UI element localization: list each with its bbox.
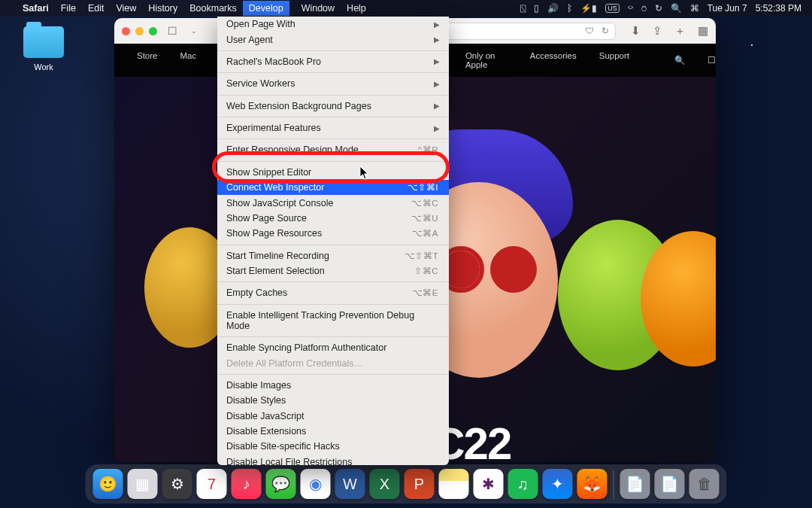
- menu-item-label: Service Workers: [226, 78, 295, 89]
- menu-item-open-page-with[interactable]: Open Page With▶: [217, 17, 449, 32]
- dock-messages[interactable]: 💬: [266, 469, 296, 499]
- menu-item-label: Enable Syncing Platform Authenticator: [226, 342, 386, 353]
- search-icon[interactable]: 🔍: [674, 55, 685, 65]
- input-source-icon[interactable]: US: [605, 4, 620, 13]
- menu-item-disable-javascript[interactable]: Disable JavaScript: [217, 409, 449, 424]
- nav-mac[interactable]: Mac: [180, 51, 197, 69]
- menu-item-enable-syncing-platform-authenticator[interactable]: Enable Syncing Platform Authenticator: [217, 340, 449, 355]
- sidebar-dropdown[interactable]: ⌄: [188, 26, 200, 36]
- dock-finder[interactable]: 🙂: [93, 469, 123, 499]
- dock-excel[interactable]: X: [370, 469, 400, 499]
- bluetooth-icon[interactable]: ᛒ: [567, 3, 572, 14]
- nav-accessories[interactable]: Accessories: [530, 51, 577, 69]
- menu-item-show-snippet-editor[interactable]: Show Snippet Editor: [217, 165, 449, 180]
- menu-item-delete-all-platform-credentials: Delete All Platform Credentials…: [217, 355, 449, 370]
- menu-item-rachel-s-macbook-pro[interactable]: Rachel's MacBook Pro▶: [217, 54, 449, 69]
- menu-item-disable-local-file-restrictions[interactable]: Disable Local File Restrictions: [217, 455, 449, 465]
- nav-store[interactable]: Store: [137, 51, 158, 69]
- menu-item-label: Disable Local File Restrictions: [226, 457, 352, 465]
- menu-separator: [217, 374, 449, 375]
- phone-icon[interactable]: ▯: [534, 3, 539, 14]
- menu-history[interactable]: History: [148, 3, 177, 14]
- bag-icon[interactable]: ☐: [707, 55, 716, 65]
- dock-spotify[interactable]: ♫: [508, 469, 538, 499]
- desktop-folder-work[interactable]: Work: [17, 26, 71, 71]
- sync-icon[interactable]: ↻: [655, 3, 662, 14]
- nav-support[interactable]: Support: [599, 51, 629, 69]
- menu-item-show-javascript-console[interactable]: Show JavaScript Console⌥⌘C: [217, 195, 449, 210]
- menu-shortcut: ⇧⌘C: [414, 266, 438, 276]
- dock-trash[interactable]: 🗑: [689, 469, 720, 499]
- spotlight-icon[interactable]: 🔍: [671, 3, 682, 14]
- dock-word[interactable]: W: [335, 469, 365, 499]
- menu-item-label: Connect Web Inspector: [226, 182, 324, 193]
- control-center-icon[interactable]: ⌘: [690, 3, 699, 14]
- menu-file[interactable]: File: [61, 3, 76, 14]
- menu-item-empty-caches[interactable]: Empty Caches⌥⌘E: [217, 285, 449, 300]
- menu-item-label: Experimental Features: [226, 123, 321, 133]
- nav-only-on-apple[interactable]: Only on Apple: [465, 51, 508, 69]
- menu-bookmarks[interactable]: Bookmarks: [189, 3, 237, 14]
- menu-item-label: Show Page Source: [226, 213, 307, 224]
- menu-item-show-page-resources[interactable]: Show Page Resources⌥⌘A: [217, 226, 449, 241]
- menu-item-enable-intelligent-tracking-prevention-debug-mode[interactable]: Enable Intelligent Tracking Prevention D…: [217, 308, 449, 333]
- battery-icon[interactable]: ⚡▮: [580, 3, 597, 14]
- menu-item-web-extension-background-pages[interactable]: Web Extension Background Pages▶: [217, 99, 449, 114]
- dock-chrome[interactable]: ◉: [301, 469, 331, 499]
- wifi-icon[interactable]: ⌔: [628, 3, 633, 14]
- user-icon[interactable]: ⍥: [641, 3, 647, 14]
- dock-document1[interactable]: 📄: [620, 469, 650, 499]
- menu-help[interactable]: Help: [347, 3, 366, 14]
- downloads-icon[interactable]: ⬇: [631, 24, 641, 38]
- share-icon[interactable]: ⇪: [653, 24, 662, 38]
- menu-item-disable-extensions[interactable]: Disable Extensions: [217, 424, 449, 439]
- menu-item-show-page-source[interactable]: Show Page Source⌥⌘U: [217, 211, 449, 226]
- dock-safari[interactable]: ✦: [543, 469, 573, 499]
- submenu-arrow-icon: ▶: [434, 57, 440, 65]
- dock-slack[interactable]: ✱: [474, 469, 504, 499]
- menu-item-service-workers[interactable]: Service Workers▶: [217, 76, 449, 91]
- zoom-button[interactable]: [149, 27, 157, 35]
- menu-item-enter-responsive-design-mode[interactable]: Enter Responsive Design Mode^⌘R: [217, 142, 449, 157]
- menu-separator: [217, 50, 449, 51]
- menu-edit[interactable]: Edit: [88, 3, 105, 14]
- dock-separator: [614, 470, 614, 499]
- menu-window[interactable]: Window: [301, 3, 335, 14]
- volume-icon[interactable]: 🔊: [547, 3, 559, 14]
- menu-shortcut: ⌥⌘C: [411, 198, 438, 208]
- menu-develop[interactable]: Develop: [243, 1, 289, 16]
- dock-firefox[interactable]: 🦊: [577, 469, 607, 499]
- menu-item-experimental-features[interactable]: Experimental Features▶: [217, 120, 449, 135]
- menu-item-disable-images[interactable]: Disable Images: [217, 378, 449, 393]
- tabs-icon[interactable]: ▦: [698, 24, 708, 38]
- menu-item-disable-styles[interactable]: Disable Styles: [217, 393, 449, 408]
- reload-icon[interactable]: ↻: [601, 26, 609, 36]
- close-button[interactable]: [122, 27, 130, 35]
- minimize-button[interactable]: [135, 27, 144, 35]
- dock-document2[interactable]: 📄: [655, 469, 685, 499]
- menubar-date[interactable]: Tue Jun 7: [707, 3, 747, 14]
- menu-item-connect-web-inspector[interactable]: Connect Web Inspector⌥⇧⌘I: [217, 180, 449, 195]
- mouse-cursor-icon: [360, 166, 369, 183]
- dock-launchpad[interactable]: ▦: [128, 469, 158, 499]
- dock-music[interactable]: ♪: [232, 469, 262, 499]
- menu-item-label: Start Timeline Recording: [226, 251, 329, 261]
- dock-notes[interactable]: [439, 469, 469, 499]
- menu-item-disable-site-specific-hacks[interactable]: Disable Site-specific Hacks: [217, 439, 449, 454]
- menu-separator: [217, 72, 449, 73]
- dock-powerpoint[interactable]: P: [404, 469, 435, 499]
- menu-item-label: Show Snippet Editor: [226, 167, 311, 178]
- menu-item-start-element-selection[interactable]: Start Element Selection⇧⌘C: [217, 263, 449, 278]
- menu-item-user-agent[interactable]: User Agent▶: [217, 32, 449, 47]
- menu-item-label: Open Page With: [226, 19, 295, 29]
- menu-item-label: Show Page Resources: [226, 228, 322, 239]
- menu-item-start-timeline-recording[interactable]: Start Timeline Recording⌥⇧⌘T: [217, 248, 449, 263]
- dropbox-icon[interactable]: ⍂: [520, 3, 526, 14]
- menubar-time[interactable]: 5:52:38 PM: [756, 3, 801, 14]
- dock-calendar[interactable]: 7: [197, 469, 227, 499]
- app-menu[interactable]: Safari: [23, 3, 49, 14]
- sidebar-button[interactable]: ☐: [165, 23, 180, 38]
- dock-settings[interactable]: ⚙: [162, 469, 192, 499]
- menu-view[interactable]: View: [116, 3, 136, 14]
- new-tab-icon[interactable]: ＋: [674, 24, 686, 38]
